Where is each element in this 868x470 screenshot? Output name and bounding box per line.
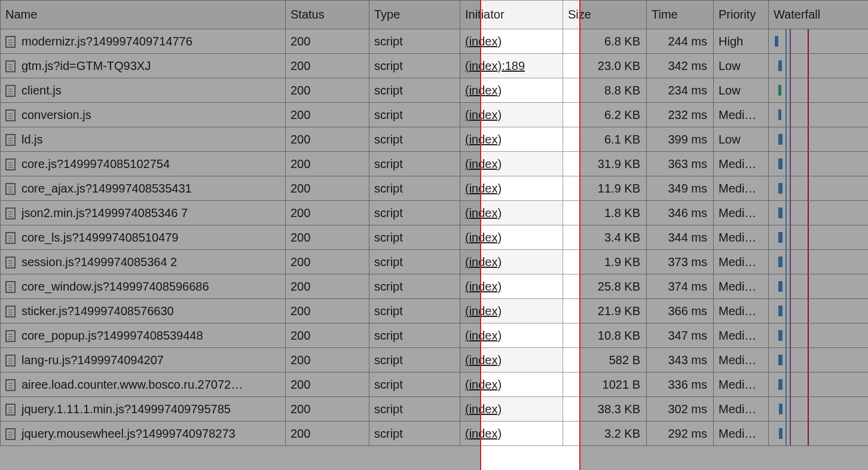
col-header-priority[interactable]: Priority	[714, 1, 769, 29]
cell-initiator[interactable]: (index)	[460, 274, 563, 299]
cell-priority: Medi…	[714, 422, 769, 446]
initiator-link[interactable]: (index)	[465, 280, 502, 293]
cell-initiator[interactable]: (index)	[460, 103, 563, 127]
cell-name[interactable]: core_popup.js?149997408539448	[1, 323, 286, 348]
waterfall-guide	[808, 103, 809, 127]
cell-name[interactable]: jquery.mousewheel.js?14999740978273	[1, 422, 286, 446]
initiator-link[interactable]: (index)	[465, 84, 502, 97]
cell-waterfall[interactable]	[769, 29, 869, 54]
cell-initiator[interactable]: (index)	[460, 348, 563, 373]
initiator-link[interactable]: (index)	[465, 108, 502, 121]
initiator-link[interactable]: (index)	[465, 304, 502, 318]
cell-name[interactable]: jquery.1.11.1.min.js?149997409795785	[1, 397, 286, 422]
cell-name[interactable]: ld.js	[1, 127, 286, 152]
initiator-link[interactable]: (index)	[465, 182, 502, 195]
initiator-link[interactable]: (index)	[465, 157, 502, 170]
initiator-link[interactable]: (index)	[465, 206, 502, 219]
table-row[interactable]: gtm.js?id=GTM-TQ93XJ200script(index):189…	[1, 54, 869, 78]
cell-name[interactable]: core_ajax.js?149997408535431	[1, 176, 286, 201]
cell-name[interactable]: airee.load.counter.www.bosco.ru.27072…	[1, 373, 286, 397]
cell-waterfall[interactable]	[769, 373, 869, 397]
table-row[interactable]: jquery.1.11.1.min.js?149997409795785200s…	[1, 397, 869, 422]
cell-name[interactable]: conversion.js	[1, 103, 286, 127]
cell-name[interactable]: core.js?1499974085102754	[1, 152, 286, 176]
table-row[interactable]: sticker.js?149997408576630200script(inde…	[1, 299, 869, 323]
table-row[interactable]: json2.min.js?1499974085346 7200script(in…	[1, 201, 869, 225]
cell-initiator[interactable]: (index)	[460, 152, 563, 176]
cell-initiator[interactable]: (index)	[460, 78, 563, 103]
table-row[interactable]: client.js200script(index)8.8 KB234 msLow	[1, 78, 869, 103]
cell-waterfall[interactable]	[769, 250, 869, 274]
cell-initiator[interactable]: (index)	[460, 422, 563, 446]
cell-waterfall[interactable]	[769, 127, 869, 152]
initiator-link[interactable]: (index)	[465, 255, 502, 268]
table-row[interactable]: core_ajax.js?149997408535431200script(in…	[1, 176, 869, 201]
initiator-link[interactable]: (index)	[465, 329, 502, 342]
cell-initiator[interactable]: (index)	[460, 127, 563, 152]
col-header-waterfall[interactable]: Waterfall	[769, 1, 869, 29]
cell-time: 343 ms	[647, 348, 714, 373]
cell-waterfall[interactable]	[769, 54, 869, 78]
cell-initiator[interactable]: (index):189	[460, 54, 563, 78]
col-header-time[interactable]: Time	[647, 1, 714, 29]
cell-waterfall[interactable]	[769, 103, 869, 127]
cell-name[interactable]: modernizr.js?149997409714776	[1, 29, 286, 54]
initiator-link[interactable]: (index)	[465, 378, 502, 391]
table-row[interactable]: session.js?1499974085364 2200script(inde…	[1, 250, 869, 274]
col-header-size[interactable]: Size	[563, 1, 647, 29]
table-row[interactable]: airee.load.counter.www.bosco.ru.27072…20…	[1, 373, 869, 397]
cell-waterfall[interactable]	[769, 201, 869, 225]
table-row[interactable]: lang-ru.js?1499974094207200script(index)…	[1, 348, 869, 373]
cell-name[interactable]: lang-ru.js?1499974094207	[1, 348, 286, 373]
cell-name[interactable]: session.js?1499974085364 2	[1, 250, 286, 274]
cell-initiator[interactable]: (index)	[460, 397, 563, 422]
initiator-link[interactable]: (index)	[465, 402, 502, 416]
cell-name[interactable]: gtm.js?id=GTM-TQ93XJ	[1, 54, 286, 78]
col-header-initiator[interactable]: Initiator	[460, 1, 563, 29]
initiator-link[interactable]: (index):189	[465, 59, 525, 72]
cell-priority: Low	[714, 54, 769, 78]
cell-waterfall[interactable]	[769, 422, 869, 446]
table-row[interactable]: core_window.js?149997408596686200script(…	[1, 274, 869, 299]
cell-size: 25.8 KB	[563, 274, 647, 299]
cell-waterfall[interactable]	[769, 225, 869, 250]
initiator-link[interactable]: (index)	[465, 353, 502, 367]
table-row[interactable]: core.js?1499974085102754200script(index)…	[1, 152, 869, 176]
col-header-status[interactable]: Status	[286, 1, 369, 29]
table-row[interactable]: jquery.mousewheel.js?14999740978273200sc…	[1, 422, 869, 446]
table-row[interactable]: core_ls.js?149997408510479200script(inde…	[1, 225, 869, 250]
cell-initiator[interactable]: (index)	[460, 29, 563, 54]
table-row[interactable]: conversion.js200script(index)6.2 KB232 m…	[1, 103, 869, 127]
cell-initiator[interactable]: (index)	[460, 323, 563, 348]
col-header-type[interactable]: Type	[369, 1, 460, 29]
cell-waterfall[interactable]	[769, 176, 869, 201]
cell-waterfall[interactable]	[769, 274, 869, 299]
cell-name[interactable]: sticker.js?149997408576630	[1, 299, 286, 323]
waterfall-chart	[774, 225, 863, 249]
cell-initiator[interactable]: (index)	[460, 225, 563, 250]
cell-initiator[interactable]: (index)	[460, 299, 563, 323]
table-row[interactable]: ld.js200script(index)6.1 KB399 msLow	[1, 127, 869, 152]
cell-name[interactable]: core_window.js?149997408596686	[1, 274, 286, 299]
cell-initiator[interactable]: (index)	[460, 373, 563, 397]
cell-waterfall[interactable]	[769, 152, 869, 176]
cell-waterfall[interactable]	[769, 397, 869, 422]
cell-initiator[interactable]: (index)	[460, 250, 563, 274]
initiator-link[interactable]: (index)	[465, 35, 502, 48]
cell-priority: Medi…	[714, 225, 769, 250]
initiator-link[interactable]: (index)	[465, 427, 502, 440]
cell-waterfall[interactable]	[769, 78, 869, 103]
table-row[interactable]: core_popup.js?149997408539448200script(i…	[1, 323, 869, 348]
cell-name[interactable]: core_ls.js?149997408510479	[1, 225, 286, 250]
cell-initiator[interactable]: (index)	[460, 201, 563, 225]
cell-name[interactable]: client.js	[1, 78, 286, 103]
col-header-name[interactable]: Name	[1, 1, 286, 29]
cell-initiator[interactable]: (index)	[460, 176, 563, 201]
cell-waterfall[interactable]	[769, 299, 869, 323]
cell-waterfall[interactable]	[769, 323, 869, 348]
cell-waterfall[interactable]	[769, 348, 869, 373]
initiator-link[interactable]: (index)	[465, 133, 502, 146]
table-row[interactable]: modernizr.js?149997409714776200script(in…	[1, 29, 869, 54]
initiator-link[interactable]: (index)	[465, 231, 502, 244]
cell-name[interactable]: json2.min.js?1499974085346 7	[1, 201, 286, 225]
